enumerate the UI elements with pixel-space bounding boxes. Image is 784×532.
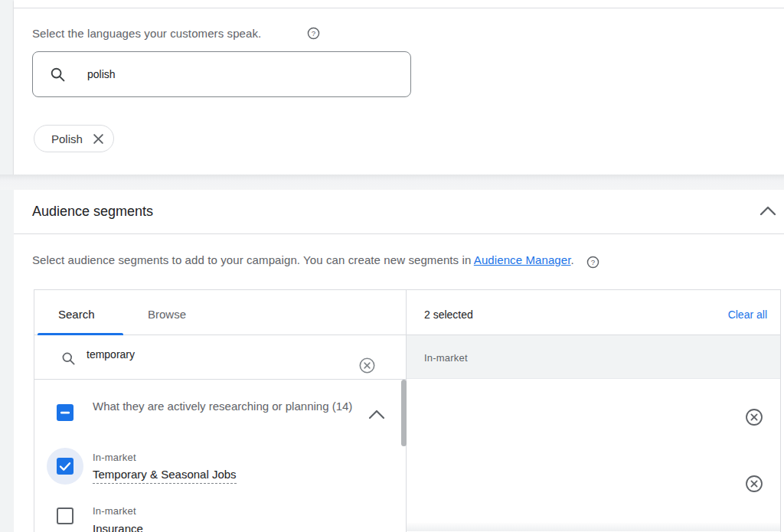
help-icon[interactable]: ? — [307, 27, 320, 40]
svg-text:?: ? — [312, 29, 316, 38]
card-gap — [0, 175, 784, 190]
language-section-label: Select the languages your customers spea… — [32, 27, 261, 40]
chip-label: Polish — [51, 132, 83, 145]
segment-name: Insurance — [93, 522, 143, 532]
clear-search-icon[interactable] — [358, 357, 376, 374]
segment-search-row — [34, 335, 406, 380]
segment-group-label: What they are actively researching or pl… — [93, 397, 361, 416]
picker-right-panel: 2 selected Clear all In-market Employmen… — [407, 290, 780, 532]
segment-name: Temporary & Seasonal Jobs — [93, 468, 237, 481]
search-icon — [61, 351, 76, 366]
segment-category: In-market — [93, 452, 136, 463]
selected-count: 2 selected — [424, 308, 473, 321]
audience-section-title: Audience segments — [32, 204, 153, 220]
picker-left-panel: Search Browse — [34, 290, 407, 532]
language-search-box[interactable] — [32, 51, 411, 97]
picker-tabs: Search Browse — [34, 290, 406, 335]
scrollbar[interactable] — [401, 380, 407, 446]
svg-text:?: ? — [591, 258, 596, 266]
clear-all-button[interactable]: Clear all — [728, 308, 767, 321]
audience-description: Select audience segments to add to your … — [32, 253, 595, 269]
audience-segment-picker: Search Browse — [34, 289, 781, 532]
search-icon — [50, 67, 66, 83]
segment-category: In-market — [93, 505, 136, 517]
description-period: . — [571, 253, 574, 266]
tab-search[interactable]: Search — [58, 308, 95, 321]
next-group-band-edge — [407, 523, 780, 531]
description-text: Select audience segments to add to your … — [32, 253, 474, 266]
audience-manager-link[interactable]: Audience Manager — [474, 253, 571, 266]
remove-selected-icon[interactable] — [745, 408, 763, 426]
divider — [14, 233, 784, 234]
segment-checkbox-checked[interactable] — [57, 458, 74, 475]
help-icon[interactable]: ? — [582, 256, 595, 269]
divider — [14, 8, 784, 8]
tab-browse[interactable]: Browse — [148, 308, 186, 321]
selected-group-label: In-market — [424, 352, 468, 364]
page-background-gutter — [0, 0, 14, 532]
language-search-input[interactable] — [87, 68, 378, 80]
remove-selected-icon[interactable] — [745, 475, 763, 493]
remove-chip-icon[interactable] — [93, 133, 104, 145]
language-chip-polish[interactable]: Polish — [34, 125, 114, 152]
collapse-section-icon[interactable] — [760, 205, 776, 217]
page: Select the languages your customers spea… — [0, 0, 784, 532]
collapse-group-icon[interactable] — [368, 409, 385, 419]
selected-group-band: In-market — [407, 335, 780, 379]
selected-header: 2 selected Clear all — [407, 290, 780, 335]
group-checkbox-indeterminate[interactable] — [57, 404, 74, 421]
segment-search-input[interactable] — [87, 348, 339, 361]
segment-results-list: What they are actively researching or pl… — [34, 380, 406, 532]
segment-checkbox-unchecked[interactable] — [57, 508, 74, 524]
